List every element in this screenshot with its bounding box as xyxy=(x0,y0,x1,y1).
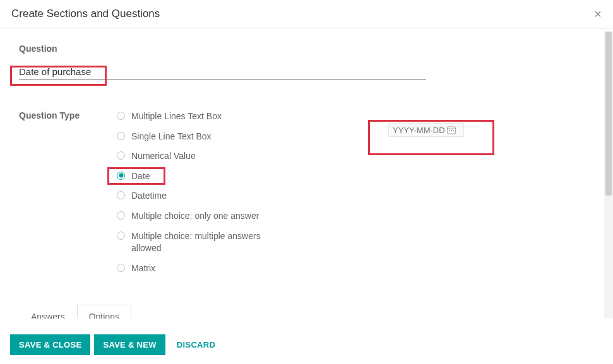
tab-answers[interactable]: Answers xyxy=(19,305,77,319)
dialog-footer: SAVE & CLOSE SAVE & NEW DISCARD xyxy=(0,326,613,364)
save-new-button[interactable]: SAVE & NEW xyxy=(94,334,165,355)
date-preview-input[interactable] xyxy=(388,123,464,137)
preview-area xyxy=(388,123,464,137)
svg-rect-4 xyxy=(449,130,450,131)
svg-rect-6 xyxy=(453,130,454,131)
question-input[interactable] xyxy=(19,64,426,80)
dialog-content: Question Question Type Multiple Lines Te… xyxy=(0,28,613,319)
close-icon[interactable]: × xyxy=(594,8,602,20)
save-close-button[interactable]: SAVE & CLOSE xyxy=(10,334,90,355)
question-type-row: Question Type Multiple Lines Text Box Si… xyxy=(19,110,594,282)
radio-label: Multiple choice: only one answer xyxy=(131,210,259,223)
scrollbar-thumb[interactable] xyxy=(605,32,612,196)
radio-single-line[interactable]: Single Line Text Box xyxy=(117,131,281,143)
radio-icon xyxy=(117,191,125,199)
dialog-title: Create Sections and Questions xyxy=(11,8,160,20)
radio-icon xyxy=(117,112,125,120)
radio-datetime[interactable]: Datetime xyxy=(117,190,281,203)
question-label: Question xyxy=(19,44,594,54)
question-type-radio-list: Multiple Lines Text Box Single Line Text… xyxy=(117,110,281,282)
radio-label: Multiple Lines Text Box xyxy=(131,110,222,123)
radio-multiple-lines[interactable]: Multiple Lines Text Box xyxy=(117,110,281,123)
dialog-header: Create Sections and Questions × xyxy=(0,0,613,28)
radio-icon xyxy=(117,211,125,220)
radio-label: Matrix xyxy=(131,262,155,275)
radio-icon xyxy=(117,264,125,272)
scrollbar[interactable] xyxy=(604,32,613,319)
radio-label: Datetime xyxy=(131,190,167,203)
radio-icon xyxy=(117,132,125,140)
date-preview-field[interactable] xyxy=(393,126,446,135)
radio-label: Date xyxy=(131,170,150,183)
tabs: Answers Options xyxy=(19,305,594,319)
radio-label: Single Line Text Box xyxy=(131,131,211,143)
calendar-icon xyxy=(446,125,456,135)
svg-rect-5 xyxy=(451,130,452,131)
discard-button[interactable]: DISCARD xyxy=(169,334,224,355)
question-type-label: Question Type xyxy=(19,110,117,120)
radio-icon xyxy=(117,232,125,240)
radio-numerical[interactable]: Numerical Value xyxy=(117,150,281,163)
radio-icon xyxy=(117,172,125,180)
radio-multiple-choice-many[interactable]: Multiple choice: multiple answers allowe… xyxy=(117,230,281,255)
radio-label: Numerical Value xyxy=(131,150,196,163)
radio-matrix[interactable]: Matrix xyxy=(117,262,281,275)
radio-icon xyxy=(117,151,125,160)
radio-multiple-choice-one[interactable]: Multiple choice: only one answer xyxy=(117,210,281,223)
tab-options[interactable]: Options xyxy=(77,305,131,319)
radio-label: Multiple choice: multiple answers allowe… xyxy=(131,230,281,255)
radio-date[interactable]: Date xyxy=(117,170,281,183)
